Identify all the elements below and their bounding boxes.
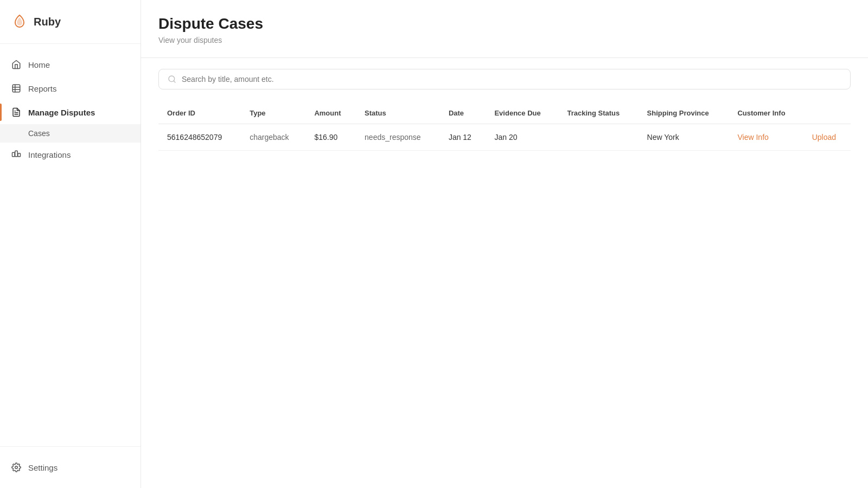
cell-type: chargeback bbox=[241, 124, 305, 151]
ruby-logo-icon bbox=[11, 13, 28, 30]
sidebar-item-settings-label: Settings bbox=[28, 463, 58, 472]
home-icon bbox=[11, 59, 22, 70]
cell-order-id: 5616248652079 bbox=[158, 124, 241, 151]
sidebar: Ruby Home Reports bbox=[0, 0, 141, 488]
col-header-tracking-status: Tracking Status bbox=[558, 102, 638, 124]
sidebar-sub-item-cases[interactable]: Cases bbox=[0, 124, 141, 143]
cell-tracking-status bbox=[558, 124, 638, 151]
page-body: Order ID Type Amount Status Date Evidenc… bbox=[141, 58, 868, 488]
upload-link[interactable]: Upload bbox=[803, 124, 851, 151]
page-header: Dispute Cases View your disputes bbox=[141, 0, 868, 58]
page-title: Dispute Cases bbox=[158, 15, 851, 33]
col-header-type: Type bbox=[241, 102, 305, 124]
main-content: Dispute Cases View your disputes Order I… bbox=[141, 0, 868, 488]
search-input[interactable] bbox=[182, 75, 841, 84]
svg-rect-0 bbox=[12, 85, 20, 92]
svg-point-9 bbox=[15, 466, 18, 469]
sidebar-item-reports-label: Reports bbox=[28, 84, 57, 93]
cell-status: needs_response bbox=[356, 124, 440, 151]
sidebar-bottom: Settings bbox=[0, 446, 141, 488]
page-subtitle: View your disputes bbox=[158, 36, 851, 44]
sidebar-item-reports[interactable]: Reports bbox=[0, 76, 141, 100]
sidebar-item-manage-disputes[interactable]: Manage Disputes bbox=[0, 100, 141, 124]
sidebar-nav: Home Reports bbox=[0, 44, 141, 446]
col-header-upload bbox=[803, 102, 851, 124]
svg-rect-6 bbox=[12, 152, 15, 157]
search-icon bbox=[168, 75, 176, 84]
sidebar-sub-item-cases-label: Cases bbox=[28, 129, 50, 138]
cell-evidence-due: Jan 20 bbox=[486, 124, 558, 151]
view-info-link[interactable]: View Info bbox=[729, 124, 803, 151]
sidebar-item-home-label: Home bbox=[28, 60, 50, 69]
cell-shipping-province: New York bbox=[639, 124, 729, 151]
svg-rect-8 bbox=[18, 153, 21, 157]
table-row: 5616248652079 chargeback $16.90 needs_re… bbox=[158, 124, 851, 151]
col-header-shipping-province: Shipping Province bbox=[639, 102, 729, 124]
col-header-amount: Amount bbox=[305, 102, 356, 124]
search-bar[interactable] bbox=[158, 69, 851, 89]
reports-icon bbox=[11, 83, 22, 94]
sidebar-item-manage-disputes-label: Manage Disputes bbox=[28, 108, 95, 117]
app-name: Ruby bbox=[34, 16, 61, 28]
sidebar-item-integrations[interactable]: Integrations bbox=[0, 143, 141, 166]
cell-date: Jan 12 bbox=[440, 124, 486, 151]
col-header-customer-info: Customer Info bbox=[729, 102, 803, 124]
col-header-date: Date bbox=[440, 102, 486, 124]
table-header-row: Order ID Type Amount Status Date Evidenc… bbox=[158, 102, 851, 124]
table-body: 5616248652079 chargeback $16.90 needs_re… bbox=[158, 124, 851, 151]
cell-amount: $16.90 bbox=[305, 124, 356, 151]
table-header: Order ID Type Amount Status Date Evidenc… bbox=[158, 102, 851, 124]
sidebar-item-integrations-label: Integrations bbox=[28, 150, 71, 159]
disputes-table: Order ID Type Amount Status Date Evidenc… bbox=[158, 102, 851, 151]
col-header-status: Status bbox=[356, 102, 440, 124]
integrations-icon bbox=[11, 149, 22, 160]
svg-rect-7 bbox=[15, 151, 18, 157]
disputes-table-container: Order ID Type Amount Status Date Evidenc… bbox=[158, 102, 851, 151]
col-header-order-id: Order ID bbox=[158, 102, 241, 124]
col-header-evidence-due: Evidence Due bbox=[486, 102, 558, 124]
svg-line-11 bbox=[174, 81, 175, 82]
sidebar-logo: Ruby bbox=[0, 0, 141, 44]
sidebar-item-home[interactable]: Home bbox=[0, 53, 141, 76]
sidebar-item-settings[interactable]: Settings bbox=[0, 455, 141, 479]
disputes-icon bbox=[11, 107, 22, 118]
settings-icon bbox=[11, 462, 22, 473]
